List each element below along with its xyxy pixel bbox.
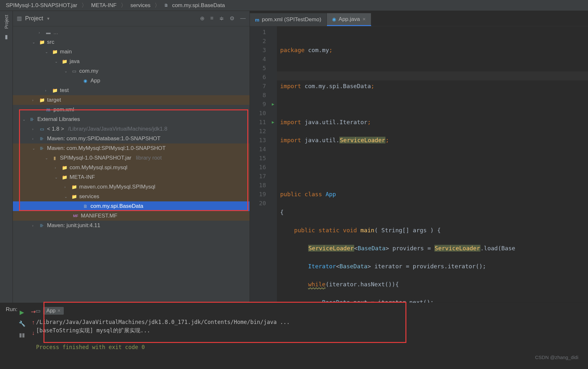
console-output[interactable]: /Library/Java/JavaVirtualMachines/jdk1.8… — [32, 316, 588, 353]
crumb-sep: 〉 — [81, 2, 87, 9]
tool-strip: Project ▮ — [0, 11, 13, 303]
project-panel: ▥ Project ▼ ⊕ ≡ ≑ ⚙ — ›▬... ⌄📁src ⌄📁main — [13, 11, 250, 303]
project-icon: ▥ — [17, 15, 22, 22]
tree-jar[interactable]: ⌄▮SPIMysql-1.0-SNAPSHOT.jarlibrary root — [13, 153, 250, 163]
crumb-metainf[interactable]: META-INF — [91, 2, 117, 9]
close-icon[interactable]: × — [57, 308, 60, 314]
run-tab[interactable]: App× — [43, 307, 64, 315]
tree-mvnfolder[interactable]: ›📁maven.com.MyMysql.SPIMysql — [13, 182, 250, 192]
crumb-sep: 〉 — [121, 2, 126, 9]
tree-mvn1[interactable]: ›⊪Maven: com.my:SPIDatabase:1.0-SNAPSHOT — [13, 134, 250, 143]
tree-main[interactable]: ⌄📁main — [13, 47, 250, 57]
code-body[interactable]: package com.my; import com.my.spi.BaseDa… — [277, 26, 588, 303]
project-tool-button[interactable]: Project — [4, 15, 9, 29]
tab-pom[interactable]: m pom.xml (SPITestDemo) — [250, 13, 327, 26]
run-line-icon[interactable]: ▶ — [269, 100, 277, 109]
tree-pkg[interactable]: ›📁com.MyMysql.spi.mysql — [13, 163, 250, 172]
watermark: CSDN @zhang_didi — [535, 355, 578, 360]
close-icon[interactable]: × — [363, 16, 366, 23]
gear-icon[interactable]: ⚙ — [230, 15, 234, 22]
run-gutter: ▶ ▶ — [269, 26, 277, 303]
tree-target[interactable]: ›📁target — [13, 95, 250, 105]
tree-services[interactable]: ⌄📁services — [13, 192, 250, 201]
tree-row[interactable]: ›▬... — [13, 28, 250, 37]
tree-manifest[interactable]: MFMANIFEST.MF — [13, 211, 250, 221]
project-panel-header: ▥ Project ▼ ⊕ ≡ ≑ ⚙ — — [13, 11, 250, 26]
crumb-jar[interactable]: SPIMysql-1.0-SNAPSHOT.jar — [6, 2, 77, 9]
locate-icon[interactable]: ⊕ — [200, 15, 204, 22]
tree-basedata[interactable]: 🗎com.my.spi.BaseData — [13, 201, 250, 211]
wrench-icon[interactable]: 🔧 — [19, 320, 25, 327]
run-panel: Run: ▭ App× /Library/Java/JavaVirtualMac… — [0, 303, 588, 369]
stop-icon[interactable]: ▮▮ — [19, 332, 25, 338]
tree-java[interactable]: ⌄📁java — [13, 57, 250, 66]
crumb-services[interactable]: services — [130, 2, 150, 9]
crumb-file[interactable]: com.my.spi.BaseData — [172, 2, 225, 9]
bookmark-icon[interactable]: ▮ — [5, 33, 8, 40]
editor-area: m pom.xml (SPITestDemo) ◉ App.java × 123… — [250, 11, 588, 303]
code-editor[interactable]: 1234567891011121314151617181920 ▶ ▶ pack… — [250, 26, 588, 303]
crumb-sep: 〉 — [155, 2, 160, 9]
tree-mvn2[interactable]: ⌄⊪Maven: com.MyMysql:SPIMysql:1.0-SNAPSH… — [13, 143, 250, 153]
gutter: 1234567891011121314151617181920 — [250, 26, 269, 303]
tree-src[interactable]: ⌄📁src — [13, 37, 250, 47]
chevron-down-icon[interactable]: ▼ — [46, 16, 50, 21]
tree-pom[interactable]: mpom.xml — [13, 105, 250, 115]
tree-extlib[interactable]: ⌄⊪External Libraries — [13, 115, 250, 124]
maven-icon: m — [255, 17, 259, 23]
editor-tabs: m pom.xml (SPITestDemo) ◉ App.java × — [250, 11, 588, 26]
tree-commy[interactable]: ⌄▭com.my — [13, 66, 250, 76]
project-tree[interactable]: ›▬... ⌄📁src ⌄📁main ⌄📁java ⌄▭com.my ◉App … — [13, 26, 250, 303]
tab-app[interactable]: ◉ App.java × — [327, 13, 371, 26]
tree-app[interactable]: ◉App — [13, 76, 250, 86]
hide-icon[interactable]: — — [240, 15, 246, 22]
breadcrumb: SPIMysql-1.0-SNAPSHOT.jar 〉 META-INF 〉 s… — [0, 0, 588, 11]
tree-jdk[interactable]: ›▭< 1.8 >/Library/Java/JavaVirtualMachin… — [13, 124, 250, 134]
arrow-down-icon[interactable]: ↓ — [32, 330, 35, 337]
expand-icon[interactable]: ≡ — [210, 15, 213, 22]
rerun-icon[interactable]: ▶ — [20, 309, 24, 316]
run-line-icon[interactable]: ▶ — [269, 118, 277, 127]
tree-metainf[interactable]: ⌄📁META-INF — [13, 172, 250, 182]
arrow-up-icon[interactable]: ↑ — [32, 319, 35, 326]
class-icon: ◉ — [332, 16, 336, 22]
tree-junit[interactable]: ›⊪Maven: junit:junit:4.11 — [13, 221, 250, 230]
file-icon: 🗎 — [164, 3, 168, 8]
tree-test[interactable]: ›📁test — [13, 86, 250, 95]
collapse-icon[interactable]: ≑ — [219, 15, 224, 22]
project-title[interactable]: Project — [25, 15, 43, 22]
